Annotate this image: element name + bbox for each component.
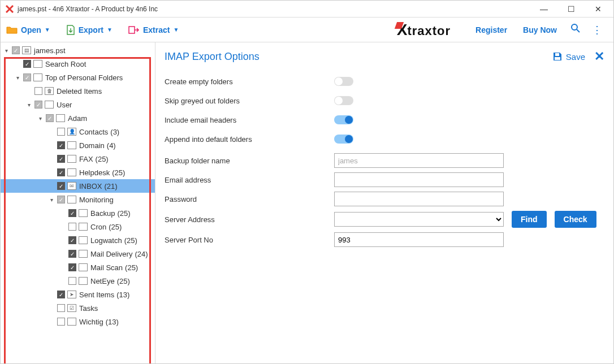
brand-x: X bbox=[397, 21, 408, 39]
tree-label: FAX bbox=[79, 155, 93, 163]
folder-tree[interactable]: ▾✓▤james.pst▸✓Search Root▾✓Top of Person… bbox=[1, 44, 155, 328]
buy-now-link[interactable]: Buy Now bbox=[523, 25, 557, 34]
tree-row[interactable]: ▸Wichtig (13) bbox=[1, 315, 155, 328]
extract-icon bbox=[128, 25, 140, 34]
skip-greyed-toggle[interactable] bbox=[334, 96, 353, 105]
export-menu[interactable]: Export ▼ bbox=[66, 25, 113, 35]
backup-name-input[interactable] bbox=[334, 153, 504, 168]
close-panel-button[interactable]: ✕ bbox=[594, 49, 604, 64]
tree-row[interactable]: ▸✓Backup (25) bbox=[1, 206, 155, 220]
tree-label: Top of Personal Folders bbox=[45, 73, 123, 82]
brand-text: traxtor bbox=[407, 24, 451, 38]
tree-label: Logwatch bbox=[90, 236, 122, 245]
tree-row[interactable]: ▾✓Adam bbox=[1, 111, 155, 125]
checkbox-icon[interactable]: ✓ bbox=[68, 250, 76, 258]
tree-row[interactable]: ▸✓Logwatch (25) bbox=[1, 233, 155, 247]
include-headers-toggle[interactable] bbox=[334, 115, 353, 124]
expand-arrow-icon[interactable]: ▾ bbox=[37, 115, 44, 122]
tree-label: Search Root bbox=[45, 60, 86, 68]
expand-arrow-icon[interactable]: ▾ bbox=[3, 47, 10, 54]
checkbox-icon[interactable]: ✓ bbox=[68, 263, 76, 271]
folder-icon bbox=[79, 277, 88, 285]
tree-row[interactable]: ▸✓Mail Scan (25) bbox=[1, 261, 155, 274]
tree-label: james.pst bbox=[34, 46, 66, 55]
tree-row[interactable]: ▸✓FAX (25) bbox=[1, 152, 155, 166]
tree-row[interactable]: ▸👤Contacts (3) bbox=[1, 125, 155, 138]
checkbox-icon[interactable]: ✓ bbox=[57, 141, 65, 149]
check-button[interactable]: Check bbox=[555, 211, 596, 228]
tree-label: Domain bbox=[79, 141, 105, 150]
expand-arrow-icon[interactable]: ▾ bbox=[25, 102, 32, 108]
tree-count: (4) bbox=[107, 141, 116, 150]
svg-point-1 bbox=[572, 24, 577, 30]
tree-count: (13) bbox=[116, 291, 129, 299]
tree-row[interactable]: ▸☑Tasks bbox=[1, 301, 155, 315]
tree-label: Deleted Items bbox=[57, 87, 102, 96]
checkbox-icon[interactable] bbox=[34, 87, 42, 95]
tree-row[interactable]: ▾✓▤james.pst bbox=[1, 44, 155, 57]
tree-row[interactable]: ▾✓Top of Personal Folders bbox=[1, 71, 155, 84]
tree-row[interactable]: ▸NetEye (25) bbox=[1, 274, 155, 288]
maximize-button[interactable]: ☐ bbox=[563, 5, 580, 14]
checkbox-icon[interactable]: ✓ bbox=[46, 114, 54, 122]
server-port-label: Server Port No bbox=[165, 236, 334, 244]
checkbox-icon[interactable]: ✓ bbox=[57, 196, 65, 203]
tree-row[interactable]: ▸✓✉INBOX (21) bbox=[1, 179, 155, 193]
tree-row[interactable]: ▸Cron (25) bbox=[1, 220, 155, 233]
expand-arrow-icon[interactable]: ▾ bbox=[14, 75, 21, 81]
more-menu-icon[interactable]: ⋮ bbox=[592, 24, 602, 36]
extract-menu[interactable]: Extract ▼ bbox=[128, 25, 179, 34]
sent-icon: ➤ bbox=[67, 291, 76, 298]
checkbox-icon[interactable] bbox=[57, 304, 65, 312]
checkbox-icon[interactable]: ✓ bbox=[12, 46, 20, 54]
svg-rect-3 bbox=[555, 57, 560, 60]
create-empty-toggle[interactable] bbox=[334, 77, 353, 86]
tree-label: Mail Scan bbox=[90, 263, 123, 272]
save-button[interactable]: Save bbox=[552, 51, 585, 62]
register-link[interactable]: Register bbox=[475, 25, 507, 34]
search-icon[interactable] bbox=[570, 23, 581, 36]
checkbox-icon[interactable]: ✓ bbox=[34, 101, 42, 109]
checkbox-icon[interactable]: ✓ bbox=[23, 60, 31, 68]
checkbox-icon[interactable]: ✓ bbox=[57, 155, 65, 163]
open-menu[interactable]: Open ▼ bbox=[6, 25, 50, 34]
tree-count: (25) bbox=[112, 168, 125, 177]
mail-icon: ✉ bbox=[67, 182, 76, 190]
tree-row[interactable]: ▸✓➤Sent Items (13) bbox=[1, 288, 155, 301]
checkbox-icon[interactable]: ✓ bbox=[57, 291, 65, 298]
folder-icon bbox=[79, 236, 88, 244]
tree-row[interactable]: ▸✓Search Root bbox=[1, 57, 155, 71]
tree-row[interactable]: ▸✓Mail Delivery (24) bbox=[1, 247, 155, 261]
tree-row[interactable]: ▸✓Helpdesk (25) bbox=[1, 166, 155, 179]
checkbox-icon[interactable] bbox=[57, 128, 65, 136]
close-window-button[interactable]: ✕ bbox=[590, 5, 607, 14]
tree-row[interactable]: ▸🗑Deleted Items bbox=[1, 84, 155, 98]
server-port-input[interactable] bbox=[334, 232, 504, 247]
append-default-toggle[interactable] bbox=[334, 135, 353, 144]
checkbox-icon[interactable] bbox=[68, 223, 76, 231]
checkbox-icon[interactable]: ✓ bbox=[57, 168, 65, 176]
checkbox-icon[interactable] bbox=[57, 318, 65, 326]
tree-row[interactable]: ▾✓Monitoring bbox=[1, 193, 155, 206]
extract-label: Extract bbox=[143, 25, 170, 34]
server-address-select[interactable] bbox=[334, 212, 504, 227]
tree-count: (21) bbox=[104, 182, 117, 190]
expand-arrow-icon[interactable]: ▾ bbox=[48, 197, 55, 203]
checkbox-icon[interactable]: ✓ bbox=[23, 73, 31, 81]
folder-icon bbox=[33, 73, 42, 81]
minimize-button[interactable]: — bbox=[535, 5, 552, 14]
find-button[interactable]: Find bbox=[512, 211, 547, 228]
checkbox-icon[interactable]: ✓ bbox=[68, 236, 76, 244]
tree-row[interactable]: ▾✓User bbox=[1, 98, 155, 111]
folder-icon bbox=[33, 60, 42, 68]
tree-row[interactable]: ▸✓Domain (4) bbox=[1, 138, 155, 152]
password-input[interactable] bbox=[334, 192, 504, 206]
create-empty-label: Create empty folders bbox=[165, 77, 334, 86]
folder-icon bbox=[67, 318, 76, 326]
open-folder-icon bbox=[6, 25, 18, 34]
email-input[interactable] bbox=[334, 172, 504, 187]
checkbox-icon[interactable]: ✓ bbox=[57, 182, 65, 190]
trash-icon: 🗑 bbox=[45, 87, 54, 95]
checkbox-icon[interactable] bbox=[68, 277, 76, 285]
checkbox-icon[interactable]: ✓ bbox=[68, 209, 76, 217]
